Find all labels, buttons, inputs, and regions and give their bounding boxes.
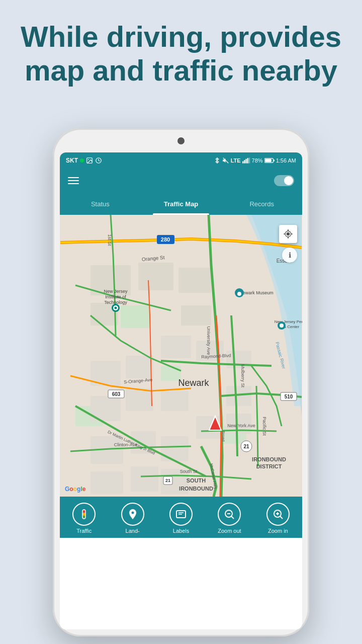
app-toggle[interactable] (274, 175, 294, 186)
toggle-knob (284, 176, 293, 185)
svg-rect-11 (273, 159, 275, 161)
svg-text:Institute of: Institute of (105, 294, 126, 299)
svg-rect-7 (247, 158, 248, 163)
svg-text:280: 280 (161, 236, 170, 243)
info-icon: ℹ (289, 251, 291, 259)
svg-point-86 (82, 513, 85, 516)
battery-label: 78% (252, 157, 263, 164)
zoom-out-nav-label: Zoom out (218, 528, 241, 534)
svg-rect-23 (126, 356, 153, 378)
svg-text:21: 21 (165, 478, 170, 483)
svg-point-79 (280, 324, 284, 328)
status-bar: SKT LTE 78% (60, 152, 302, 169)
svg-text:Newark Museum: Newark Museum (239, 290, 274, 295)
phone-screen: SKT LTE 78% (60, 152, 302, 629)
svg-rect-37 (131, 466, 158, 492)
tab-records[interactable]: Records (221, 193, 302, 215)
svg-point-1 (88, 159, 89, 160)
image-icon (86, 157, 93, 164)
status-left: SKT (66, 157, 102, 164)
svg-rect-19 (178, 268, 211, 293)
labels-nav-label: Labels (173, 528, 189, 534)
svg-text:1st St: 1st St (107, 234, 112, 246)
svg-text:DISTRICT: DISTRICT (256, 463, 282, 469)
location-button[interactable] (279, 225, 297, 243)
status-right: LTE 78% 1:56 AM (214, 157, 296, 164)
svg-rect-18 (138, 263, 173, 290)
svg-rect-4 (242, 162, 243, 164)
svg-line-99 (280, 517, 283, 519)
svg-text:New Jersey: New Jersey (104, 289, 128, 294)
info-button[interactable]: ℹ (282, 248, 297, 263)
svg-text:University Ave: University Ave (206, 327, 211, 355)
hamburger-menu[interactable] (68, 177, 79, 184)
map-area[interactable]: 280 603 510 21 Orange St Esse... New Jer… (60, 215, 302, 497)
svg-text:21: 21 (243, 444, 249, 449)
svg-text:603: 603 (112, 391, 121, 397)
traffic-nav-label: Traffic (76, 528, 92, 534)
svg-text:IRONBOUND: IRONBOUND (179, 486, 213, 492)
nav-zoom-in[interactable]: Zoom in (254, 503, 302, 534)
svg-text:SOUTH: SOUTH (187, 477, 206, 484)
status-dot (80, 158, 84, 163)
svg-rect-6 (245, 159, 246, 164)
zoom-in-nav-label: Zoom in (268, 528, 288, 534)
carrier-label: SKT (66, 157, 78, 164)
svg-text:South St: South St (180, 469, 198, 474)
svg-rect-21 (181, 305, 211, 326)
mute-icon (222, 157, 229, 164)
svg-rect-32 (161, 436, 189, 461)
svg-text:Broad: Broad (221, 431, 226, 441)
tab-status[interactable]: Status (60, 193, 141, 215)
svg-text:New York Ave: New York Ave (227, 423, 255, 428)
nav-labels[interactable]: Labels (157, 503, 205, 534)
network-label: LTE (231, 157, 241, 164)
tab-bar: Status Traffic Map Records (60, 193, 302, 215)
svg-text:Mulberry St: Mulberry St (240, 364, 245, 388)
svg-point-75 (115, 307, 117, 309)
nav-landmark[interactable]: Land- (108, 503, 156, 534)
bottom-nav: Traffic Land- (60, 497, 302, 538)
location-icon (283, 229, 293, 239)
traffic-map-svg: 280 603 510 21 Orange St Esse... New Jer… (60, 215, 302, 497)
hero-section: While driving, provides map and traffic … (0, 0, 362, 97)
svg-rect-8 (248, 157, 249, 163)
svg-point-89 (131, 512, 134, 514)
zoom-out-nav-icon (218, 503, 241, 526)
svg-line-95 (232, 517, 234, 519)
svg-rect-10 (265, 159, 272, 162)
svg-rect-24 (161, 336, 191, 358)
phone-shell: SKT LTE 78% (53, 128, 309, 636)
app-bar (60, 169, 302, 193)
svg-point-83 (287, 232, 290, 236)
svg-text:Newark: Newark (178, 378, 209, 388)
nav-traffic[interactable]: Traffic (60, 503, 108, 534)
tab-traffic-map[interactable]: Traffic Map (141, 193, 222, 215)
signal-bars (242, 157, 250, 164)
traffic-nav-icon (72, 503, 96, 526)
camera-dot (177, 137, 185, 144)
sync-icon (95, 157, 102, 164)
svg-text:IRONBOUND: IRONBOUND (252, 456, 286, 462)
svg-text:Clinton-Ave: Clinton-Ave (114, 442, 137, 447)
labels-nav-icon (169, 503, 193, 526)
landmark-nav-label: Land- (126, 528, 140, 534)
nav-zoom-out[interactable]: Zoom out (205, 503, 253, 534)
svg-rect-13 (121, 305, 151, 328)
google-logo: Google (65, 486, 85, 493)
svg-rect-28 (126, 388, 153, 411)
time-label: 1:56 AM (276, 157, 296, 164)
svg-rect-29 (161, 391, 189, 411)
svg-text:Pacific St: Pacific St (262, 417, 267, 436)
svg-rect-5 (244, 160, 245, 163)
hero-line1: While driving, provides (21, 20, 341, 53)
battery-icon (264, 157, 275, 164)
svg-rect-36 (90, 471, 123, 494)
svg-point-77 (237, 292, 241, 296)
hero-line2: map and traffic nearby (25, 54, 337, 87)
zoom-in-nav-icon (266, 503, 290, 526)
landmark-nav-icon (121, 503, 144, 526)
bluetooth-icon (214, 157, 221, 164)
svg-text:510: 510 (285, 394, 293, 399)
